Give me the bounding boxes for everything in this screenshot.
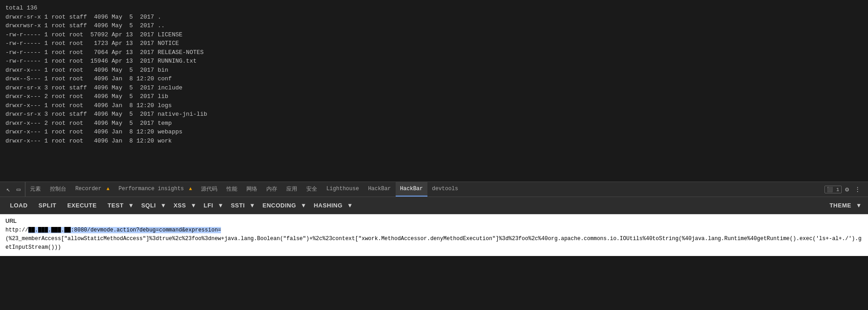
tab-memory[interactable]: 内存 — [262, 182, 282, 197]
tab-security[interactable]: 安全 — [302, 182, 322, 197]
load-button[interactable]: LOAD — [5, 200, 32, 211]
lfi-group: LFI ▼ — [199, 200, 225, 211]
tab-lighthouse[interactable]: Lighthouse — [322, 182, 363, 197]
tab-recorder[interactable]: Recorder ▲ — [71, 182, 114, 197]
theme-group: THEME ▼ — [825, 200, 863, 211]
settings-icon[interactable]: ⚙ — [843, 185, 851, 194]
hackbar-url-area: URL http://██.███.███.██:8080/devmode.ac… — [0, 214, 868, 256]
xss-group: XSS ▼ — [169, 200, 197, 211]
tab-hackbar[interactable]: HackBar — [363, 182, 395, 197]
url-content[interactable]: http://██.███.███.██:8080/devmode.action… — [5, 226, 863, 252]
hashing-button[interactable]: HASHING — [309, 200, 347, 211]
execute-button[interactable]: EXECUTE — [63, 200, 101, 211]
device-icon[interactable]: ▭ — [15, 185, 22, 194]
url-prefix: http:// — [5, 227, 28, 233]
hackbar-toolbar: LOAD SPLIT EXECUTE TEST ▼ SQLI ▼ XSS ▼ L… — [0, 197, 868, 214]
theme-button[interactable]: THEME — [825, 200, 856, 211]
lfi-dropdown-arrow[interactable]: ▼ — [218, 200, 225, 211]
devtools-tabbar: ↖ ▭ 元素 控制台 Recorder ▲ Performance insigh… — [0, 182, 868, 197]
tab-performance[interactable]: 性能 — [222, 182, 242, 197]
tab-elements[interactable]: 元素 — [25, 182, 45, 197]
tab-application[interactable]: 应用 — [282, 182, 302, 197]
url-port-path: :8080/devmode.action?debug=command&expre… — [71, 227, 221, 233]
tab-console[interactable]: 控制台 — [45, 182, 71, 197]
tab-devtools[interactable]: devtools — [427, 182, 463, 197]
test-group: TEST ▼ — [103, 200, 135, 211]
hashing-group: HASHING ▼ — [309, 200, 353, 211]
devtools-right-icons: ⬛ 1 ⚙ ⋮ — [821, 185, 866, 194]
perf-warn-icon: ▲ — [189, 186, 192, 192]
url-ip: ██.███.███.██ — [28, 227, 71, 233]
xss-dropdown-arrow[interactable]: ▼ — [191, 200, 197, 211]
ssti-group: SSTI ▼ — [226, 200, 256, 211]
hashing-dropdown-arrow[interactable]: ▼ — [347, 200, 354, 211]
encoding-dropdown-arrow[interactable]: ▼ — [301, 200, 308, 211]
terminal-output: total 136 drwxr-sr-x 1 root staff 4096 M… — [0, 0, 868, 182]
url-payload: (%23_memberAccess["allowStaticMethodAcce… — [5, 236, 862, 251]
encoding-button[interactable]: ENCODING — [258, 200, 300, 211]
tab-sources[interactable]: 源代码 — [196, 182, 222, 197]
ssti-dropdown-arrow[interactable]: ▼ — [250, 200, 256, 211]
sqli-group: SQLI ▼ — [137, 200, 167, 211]
lfi-button[interactable]: LFI — [199, 200, 218, 211]
recorder-warn-icon: ▲ — [107, 186, 110, 192]
tab-hackbar-active[interactable]: HackBar — [396, 182, 427, 197]
encoding-group: ENCODING ▼ — [258, 200, 307, 211]
monitor-count-icon[interactable]: ⬛ 1 — [824, 186, 841, 193]
devtools-icon-group: ↖ ▭ — [2, 182, 25, 197]
sqli-button[interactable]: SQLI — [137, 200, 160, 211]
cursor-icon[interactable]: ↖ — [5, 185, 12, 194]
more-options-icon[interactable]: ⋮ — [853, 185, 863, 194]
theme-dropdown-arrow[interactable]: ▼ — [856, 200, 863, 211]
split-button[interactable]: SPLIT — [34, 200, 61, 211]
tab-network[interactable]: 网络 — [242, 182, 262, 197]
tab-performance-insights[interactable]: Performance insights ▲ — [114, 182, 196, 197]
devtools-tabs: 元素 控制台 Recorder ▲ Performance insights ▲… — [25, 182, 821, 197]
xss-button[interactable]: XSS — [169, 200, 191, 211]
ssti-button[interactable]: SSTI — [226, 200, 250, 211]
url-label: URL — [5, 218, 863, 224]
test-button[interactable]: TEST — [103, 200, 128, 211]
sqli-dropdown-arrow[interactable]: ▼ — [161, 200, 167, 211]
test-dropdown-arrow[interactable]: ▼ — [128, 200, 135, 211]
terminal-text: total 136 drwxr-sr-x 1 root staff 4096 M… — [5, 4, 863, 145]
